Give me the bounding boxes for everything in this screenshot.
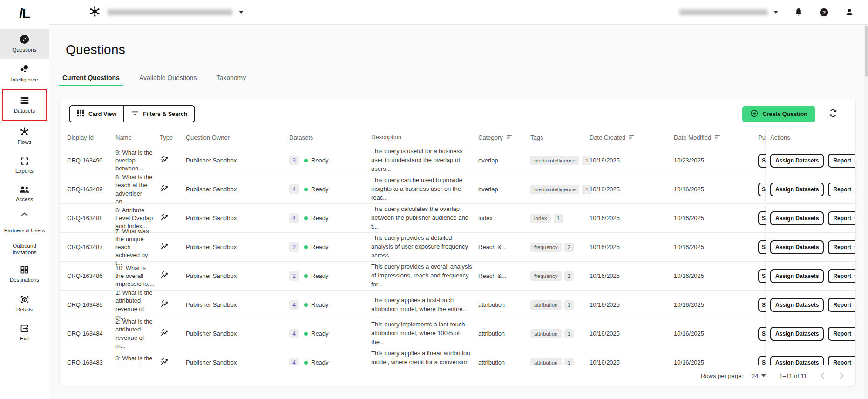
assign-datasets-button[interactable]: Assign Datasets <box>770 356 824 366</box>
assign-datasets-button[interactable]: Assign Datasets <box>770 211 824 225</box>
dataset-count-badge: 2 <box>289 242 299 252</box>
refresh-button[interactable] <box>828 108 838 119</box>
sidebar-item-datasets[interactable]: Datasets <box>2 89 47 121</box>
cell-date-modified: 10/16/2025 <box>674 272 758 279</box>
assign-datasets-button[interactable]: Assign Datasets <box>770 183 824 196</box>
assign-datasets-button[interactable]: Assign Datasets <box>770 298 824 312</box>
schedule-button-clipped[interactable]: S <box>758 154 766 168</box>
column-header-category[interactable]: Category <box>478 134 530 141</box>
card-view-button[interactable]: Card View <box>70 106 123 122</box>
sort-icon[interactable] <box>714 134 721 141</box>
tab-current-questions[interactable]: Current Questions <box>61 71 121 86</box>
column-header-published-clipped: Pu <box>758 134 766 141</box>
cell-question-owner: Publisher Sandbox <box>186 186 289 193</box>
report-dropdown-button[interactable]: Report <box>828 240 855 254</box>
sidebar-item-outbound-invitations[interactable]: Outbound Invitations <box>0 238 49 260</box>
status-ready-dot <box>304 303 308 307</box>
cell-actions: Assign Datasets Report <box>766 262 855 290</box>
workspace-selector[interactable] <box>88 5 244 20</box>
report-dropdown-button[interactable]: Report <box>828 327 855 341</box>
rows-per-page-select[interactable]: 24 <box>752 372 766 379</box>
next-page-button[interactable] <box>839 372 844 379</box>
sidebar-item-partners-users[interactable]: Partners & Users <box>0 223 49 238</box>
sidebar-item-destinations[interactable]: Destinations <box>0 260 49 289</box>
report-dropdown-button[interactable]: Report <box>828 269 855 283</box>
assign-datasets-button[interactable]: Assign Datasets <box>770 269 824 283</box>
column-header-date-created[interactable]: Date Created <box>590 134 674 141</box>
tag-count-chip: 2 <box>564 271 574 281</box>
status-ready-dot <box>304 361 308 365</box>
sort-icon[interactable] <box>629 134 635 141</box>
page-scrollbar[interactable] <box>864 25 868 399</box>
column-header-description[interactable]: Description <box>371 133 478 142</box>
schedule-button-clipped[interactable]: S <box>758 269 766 283</box>
sort-icon[interactable] <box>506 134 513 141</box>
report-dropdown-button[interactable]: Report <box>828 211 855 225</box>
cell-publish-clipped: S <box>758 211 766 225</box>
column-header-date-modified[interactable]: Date Modified <box>674 134 758 141</box>
cell-type <box>160 271 186 281</box>
table-row: CRQ-163484 2: What is the attributed rev… <box>60 319 855 348</box>
dataset-count-badge: 4 <box>289 329 299 338</box>
sidebar-collapse-chevron[interactable] <box>20 208 28 223</box>
sidebar-item-details[interactable]: Details <box>0 289 49 318</box>
cell-question-owner: Publisher Sandbox <box>186 243 289 250</box>
table-row: CRQ-163486 10: What is the overall impre… <box>60 262 855 291</box>
schedule-button-clipped[interactable]: S <box>758 183 766 196</box>
cell-datasets: 3 Ready <box>289 156 371 165</box>
cell-date-modified: 10/16/2025 <box>674 215 758 222</box>
sidebar-item-exit[interactable]: Exit <box>0 318 49 347</box>
assign-datasets-button[interactable]: Assign Datasets <box>770 154 824 168</box>
page-title: Questions <box>66 42 868 57</box>
column-header-owner[interactable]: Question Owner <box>186 134 289 141</box>
sidebar-item-flows[interactable]: Flows <box>0 121 49 151</box>
schedule-button-clipped[interactable]: S <box>758 327 766 341</box>
sidebar-item-questions[interactable]: Questions <box>0 29 49 59</box>
schedule-button-clipped[interactable]: S <box>758 298 766 312</box>
cell-category: attribution <box>478 359 530 365</box>
assign-datasets-button[interactable]: Assign Datasets <box>770 327 824 341</box>
user-profile-icon[interactable] <box>845 7 854 17</box>
report-dropdown-button[interactable]: Report <box>828 154 855 168</box>
tag-chip: attribution <box>530 358 562 366</box>
cell-tags: attribution 1 <box>530 329 590 338</box>
tab-available-questions[interactable]: Available Questions <box>138 71 197 86</box>
schedule-button-clipped[interactable]: S <box>758 356 766 366</box>
column-header-type[interactable]: Type <box>160 134 186 141</box>
column-header-datasets[interactable]: Datasets <box>289 134 371 141</box>
help-icon[interactable]: ? <box>819 7 829 17</box>
report-dropdown-button[interactable]: Report <box>828 183 855 196</box>
column-header-display-id[interactable]: Display Id <box>67 134 115 141</box>
cell-category: index <box>478 215 530 222</box>
cell-description: This query applies a linear attribution … <box>371 349 478 365</box>
schedule-button-clipped[interactable]: S <box>758 240 766 254</box>
schedule-button-clipped[interactable]: S <box>758 211 766 225</box>
assign-datasets-button[interactable]: Assign Datasets <box>770 240 824 254</box>
column-header-tags[interactable]: Tags <box>530 134 590 141</box>
tab-taxonomy[interactable]: Taxonomy <box>215 71 247 86</box>
cell-actions: Assign Datasets Report <box>766 146 855 175</box>
account-selector[interactable] <box>679 9 778 15</box>
intelligence-dots-icon <box>19 64 30 74</box>
report-dropdown-button[interactable]: Report <box>828 356 855 366</box>
sidebar-item-exports[interactable]: Exports <box>0 151 49 180</box>
insights-sparkle-chart-icon <box>160 274 170 281</box>
report-dropdown-button[interactable]: Report <box>828 298 855 312</box>
scrollbar-thumb[interactable] <box>865 26 868 77</box>
chevron-up-icon <box>20 210 28 218</box>
sidebar-label: Exports <box>15 168 34 174</box>
column-header-name[interactable]: Name <box>115 134 160 142</box>
previous-page-button[interactable] <box>820 372 825 379</box>
status-text: Ready <box>311 243 329 250</box>
cell-date-created: 10/16/2025 <box>590 243 674 250</box>
chevron-down-icon <box>239 11 244 14</box>
chevron-down-icon <box>854 244 855 250</box>
cell-type <box>160 357 186 365</box>
dataset-count-badge: 4 <box>289 300 299 310</box>
filters-search-button[interactable]: Filters & Search <box>123 106 194 122</box>
table-row: CRQ-163488 6: Attribute Level Overlap an… <box>60 204 855 233</box>
create-question-button[interactable]: Create Question <box>742 106 815 122</box>
notifications-bell-icon[interactable] <box>794 7 803 17</box>
sidebar-item-intelligence[interactable]: Intelligence <box>0 59 49 88</box>
sidebar-item-access[interactable]: Access <box>0 180 49 208</box>
